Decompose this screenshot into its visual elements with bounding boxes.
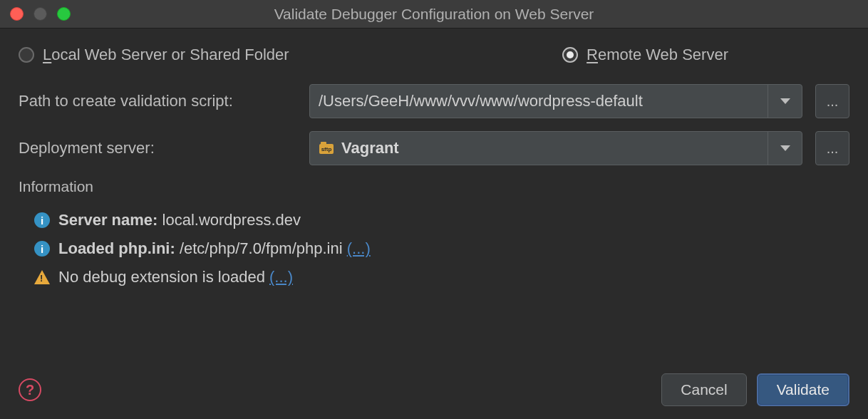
window-controls [10, 7, 71, 21]
php-ini-more-link[interactable]: (...) [347, 239, 371, 257]
radio-label: Remote Web Server [587, 46, 728, 64]
path-combobox[interactable]: /Users/GeeH/www/vvv/www/wordpress-defaul… [309, 84, 802, 118]
svg-text:sftp: sftp [321, 146, 332, 152]
local-web-server-radio[interactable]: Local Web Server or Shared Folder [19, 46, 289, 64]
server-type-radio-group: Local Web Server or Shared Folder Remote… [19, 46, 849, 64]
chevron-down-icon [780, 98, 790, 104]
deployment-combobox[interactable]: sftp Vagrant [309, 131, 802, 165]
svg-rect-1 [321, 142, 326, 145]
window-title: Validate Debugger Configuration on Web S… [274, 6, 594, 23]
validate-button[interactable]: Validate [757, 373, 849, 406]
path-label: Path to create validation script: [19, 92, 296, 110]
dialog-footer: ? Cancel Validate [19, 373, 849, 406]
sftp-icon: sftp [319, 140, 334, 156]
deployment-row: Deployment server: sftp Vagrant ... [19, 131, 849, 165]
info-icon: i [34, 212, 50, 228]
deployment-browse-button[interactable]: ... [815, 131, 849, 165]
deployment-label: Deployment server: [19, 139, 296, 157]
close-window-button[interactable] [10, 7, 24, 21]
radio-icon [562, 47, 578, 63]
cancel-button[interactable]: Cancel [661, 373, 746, 406]
path-value: /Users/GeeH/www/vvv/www/wordpress-defaul… [319, 92, 760, 110]
footer-buttons: Cancel Validate [661, 373, 849, 406]
no-debug-line: No debug extension is loaded (...) [34, 268, 849, 286]
no-debug-text: No debug extension is loaded (...) [58, 268, 293, 286]
help-button[interactable]: ? [19, 378, 41, 401]
deployment-value: Vagrant [341, 139, 760, 157]
server-name-text: Server name: local.wordpress.dev [58, 211, 301, 229]
dialog-content: Local Web Server or Shared Folder Remote… [0, 29, 868, 286]
server-name-line: i Server name: local.wordpress.dev [34, 211, 849, 229]
info-icon: i [34, 241, 50, 257]
php-ini-line: i Loaded php.ini: /etc/php/7.0/fpm/php.i… [34, 239, 849, 258]
chevron-down-icon [780, 145, 790, 151]
information-header: Information [19, 178, 849, 195]
path-browse-button[interactable]: ... [815, 84, 849, 118]
zoom-window-button[interactable] [57, 7, 71, 21]
no-debug-more-link[interactable]: (...) [269, 268, 293, 286]
radio-icon [19, 47, 34, 63]
deployment-dropdown-button[interactable] [768, 131, 802, 165]
information-section: Information i Server name: local.wordpre… [19, 178, 849, 286]
remote-web-server-radio[interactable]: Remote Web Server [562, 46, 728, 64]
radio-label: Local Web Server or Shared Folder [43, 46, 289, 64]
minimize-window-button[interactable] [33, 7, 47, 21]
warning-icon [34, 270, 50, 284]
titlebar: Validate Debugger Configuration on Web S… [0, 0, 868, 29]
php-ini-text: Loaded php.ini: /etc/php/7.0/fpm/php.ini… [58, 239, 371, 258]
path-row: Path to create validation script: /Users… [19, 84, 849, 118]
path-dropdown-button[interactable] [768, 84, 802, 118]
